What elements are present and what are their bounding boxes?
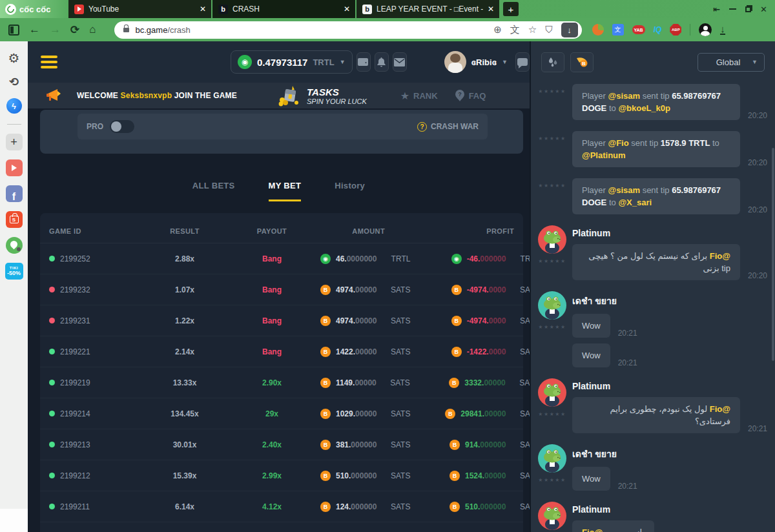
profit-cell: -46.000000TRTL <box>410 254 530 264</box>
table-row: 2199214134.45x29x1029.00000SATS29841.000… <box>40 398 523 429</box>
channel-selector[interactable]: Global ▼ <box>698 53 765 72</box>
lock-icon[interactable] <box>123 28 129 32</box>
rain-drops-icon <box>547 57 559 67</box>
extension-yab-icon[interactable]: YAB <box>632 25 645 34</box>
profile-icon[interactable] <box>699 23 712 36</box>
back-icon[interactable]: ← <box>29 23 40 36</box>
chat-username[interactable]: Platinum <box>572 504 767 515</box>
messenger-icon[interactable]: ϟ <box>6 98 22 114</box>
bookmark-star-icon[interactable]: ☆ <box>528 24 537 36</box>
extension-coccoc-icon[interactable] <box>592 24 604 36</box>
facebook-shortcut-icon[interactable]: f <box>6 185 23 202</box>
history-icon[interactable]: ⟲ <box>9 75 19 89</box>
downloads-icon[interactable]: ↓ <box>720 25 725 35</box>
tab-close-icon[interactable]: ✕ <box>200 5 206 14</box>
rank-link[interactable]: ★ RANK <box>400 90 438 102</box>
rain-button[interactable] <box>541 52 564 72</box>
tab-crash[interactable]: b CRASH ✕ <box>212 0 355 18</box>
chat-bubble-icon <box>517 58 528 66</box>
chat-username[interactable]: เดชำ ขยาย <box>572 447 767 461</box>
user-menu[interactable]: ɞRibiɞ ▼ <box>444 51 508 73</box>
wallet-button[interactable] <box>356 52 371 72</box>
settings-gear-icon[interactable]: ⚙ <box>8 50 20 66</box>
shield-icon[interactable]: ⛉ <box>545 24 552 36</box>
minimize-button[interactable] <box>729 8 736 10</box>
game-id-cell: 2199221 <box>49 347 146 356</box>
address-bar[interactable]: bc.game/crash ⊕ 文 ☆ ⛉ ↓ <box>114 21 582 39</box>
tab-my-bet[interactable]: MY BET <box>269 181 302 201</box>
star-icon: ★ <box>400 90 409 102</box>
tab-close-icon[interactable]: ✕ <box>344 5 350 14</box>
crocodile-avatar[interactable] <box>538 225 566 254</box>
url-text[interactable]: bc.game/crash <box>136 25 191 35</box>
download-button[interactable]: ↓ <box>561 23 578 37</box>
menu-hamburger-icon[interactable] <box>41 56 57 68</box>
translate-icon[interactable]: 文 <box>510 24 520 36</box>
chat-message-list[interactable]: ★★★★★Player @sisam sent tip 65.98769767 … <box>531 83 775 532</box>
sidebar-toggle-icon[interactable] <box>8 25 19 36</box>
col-profit: PROFIT <box>385 227 514 235</box>
crocodile-avatar[interactable] <box>538 444 566 473</box>
zoom-plus-icon[interactable]: ⊕ <box>493 24 502 36</box>
crash-war-link[interactable]: ? CRASH WAR <box>417 122 479 132</box>
profit-cell: -4974.0000SATS <box>410 285 530 295</box>
browser-logo[interactable]: cốc cốc <box>0 0 68 18</box>
result-cell: 2.14x <box>146 347 223 356</box>
tip-content: Player @Fio sent tip 1578.9 TRTL to @Pla… <box>568 131 767 173</box>
chat-message: ★★★★★Platinum@Fio برای که نیستم یک لول م… <box>536 225 767 286</box>
btc-coin-icon <box>451 285 462 295</box>
amount-cell: 1149.00000SATS <box>320 378 410 388</box>
faq-link[interactable]: ? FAQ <box>455 90 486 101</box>
tiki-shortcut-icon[interactable]: TIKI -50% <box>5 263 23 280</box>
coccoc-shortcut-icon[interactable] <box>6 237 23 254</box>
chat-username[interactable]: Platinum <box>572 228 767 238</box>
add-shortcut-button[interactable]: + <box>6 134 23 150</box>
coin-drop-button[interactable]: B <box>570 52 594 72</box>
extension-abp-icon[interactable]: ABP <box>670 24 681 36</box>
notifications-button[interactable] <box>375 52 389 72</box>
shopee-shortcut-icon[interactable]: S <box>6 211 23 228</box>
coccoc-logo-icon <box>5 4 16 15</box>
tab-history[interactable]: History <box>335 181 365 201</box>
message-content: Platinumبازم مرسی @Fio20:21 <box>568 502 767 532</box>
restore-button[interactable] <box>745 6 751 12</box>
user-avatar[interactable] <box>444 51 466 73</box>
avatar-col: ★★★★★ <box>536 225 568 286</box>
new-tab-button[interactable]: + <box>503 2 519 16</box>
chat-scrollbar[interactable] <box>772 148 774 361</box>
chat-username[interactable]: Platinum <box>572 381 767 391</box>
pro-label: PRO <box>87 122 103 131</box>
crocodile-avatar[interactable] <box>538 378 566 407</box>
tab-youtube[interactable]: YouTube ✕ <box>68 0 211 18</box>
crocodile-avatar[interactable] <box>538 502 566 530</box>
pro-toggle[interactable] <box>110 120 134 133</box>
payout-cell: Bang <box>223 347 320 356</box>
message-content: เดชำ ขยายWow20:21 <box>568 444 767 496</box>
bcgame-main: 0.47973117 TRTL ▼ ɞRibiɞ ▼ <box>28 41 530 532</box>
youtube-shortcut-icon[interactable] <box>6 159 23 176</box>
home-icon[interactable]: ⌂ <box>89 23 96 36</box>
btc-coin-icon <box>320 285 331 295</box>
forward-icon[interactable]: → <box>50 23 61 36</box>
chat-username[interactable]: เดชำ ขยาย <box>572 294 767 308</box>
col-amount: AMOUNT <box>320 227 385 235</box>
extension-iq-icon[interactable]: IQ <box>654 25 662 34</box>
close-button[interactable]: ✕ <box>760 5 767 14</box>
balance-selector[interactable]: 0.47973117 TRTL ▼ <box>231 50 353 74</box>
chevron-down-icon: ▼ <box>340 59 346 65</box>
tasks-shortcut[interactable]: TASKS SPIN YOUR LUCK <box>277 85 367 107</box>
extension-translate-icon[interactable]: 文 <box>612 24 624 36</box>
tab-leap-year-event[interactable]: b LEAP YEAR EVENT - □Event - C ✕ <box>356 0 499 18</box>
rank-stars: ★★★★★ <box>538 88 566 94</box>
crocodile-avatar[interactable] <box>538 291 566 320</box>
chat-toggle-button[interactable] <box>515 52 530 72</box>
messages-button[interactable] <box>393 52 407 72</box>
urlbar-icons: ⊕ 文 ☆ ⛉ ↓ <box>493 23 577 37</box>
amount-cell: 4974.00000SATS <box>320 316 410 326</box>
tab-all-bets[interactable]: ALL BETS <box>192 181 235 201</box>
reload-icon[interactable]: ⟳ <box>70 23 79 37</box>
pin-side-icon[interactable]: ⇤ <box>713 5 720 14</box>
tab-close-icon[interactable]: ✕ <box>488 5 494 14</box>
chat-panel: B Global ▼ ★★★★★Player @sisam sent tip 6… <box>530 41 775 532</box>
game-id-cell: 2199213 <box>49 440 146 449</box>
